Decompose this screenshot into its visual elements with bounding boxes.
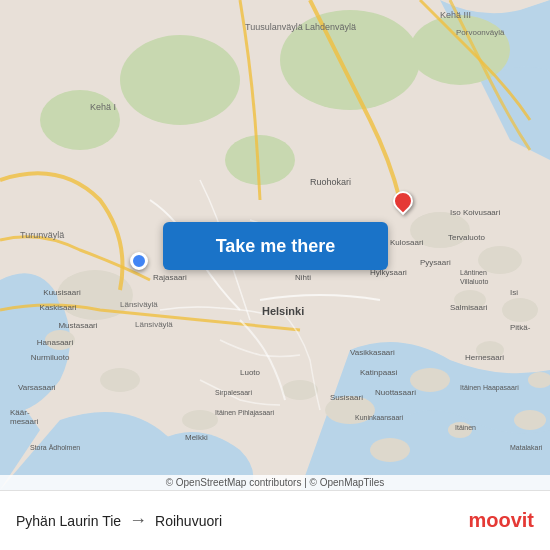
svg-text:Luoto: Luoto	[240, 368, 261, 377]
svg-point-17	[120, 35, 240, 125]
svg-point-4	[182, 410, 218, 430]
svg-text:Melkki: Melkki	[185, 433, 208, 442]
svg-text:Pyysaari: Pyysaari	[420, 258, 451, 267]
svg-text:Katinpaasi: Katinpaasi	[360, 368, 398, 377]
svg-point-16	[370, 438, 410, 462]
svg-text:Rajasaari: Rajasaari	[153, 273, 187, 282]
svg-text:Hernesaari: Hernesaari	[465, 353, 504, 362]
svg-text:Itäinen: Itäinen	[455, 424, 476, 431]
moovit-logo: moovit	[468, 509, 534, 532]
svg-point-20	[40, 90, 120, 150]
route-arrow-icon: →	[129, 510, 147, 531]
svg-text:Lahdenväylä: Lahdenväylä	[305, 22, 356, 32]
take-me-there-button[interactable]: Take me there	[163, 222, 388, 270]
svg-text:Varsasaari: Varsasaari	[18, 383, 56, 392]
svg-text:Stora Ädholmen: Stora Ädholmen	[30, 444, 80, 451]
svg-text:Länsiväylä: Länsiväylä	[135, 320, 173, 329]
svg-text:Tervaluoto: Tervaluoto	[448, 233, 485, 242]
svg-text:Mustasaari: Mustasaari	[58, 321, 97, 330]
svg-text:Kehä I: Kehä I	[90, 102, 116, 112]
svg-text:Itäinen Pihlajasaari: Itäinen Pihlajasaari	[215, 409, 275, 417]
destination-pin	[393, 191, 413, 211]
svg-point-12	[282, 380, 318, 400]
svg-text:Pitkä-: Pitkä-	[510, 323, 531, 332]
origin-pin	[130, 252, 148, 270]
svg-text:Käär-: Käär-	[10, 408, 30, 417]
svg-text:Länsiväylä: Länsiväylä	[120, 300, 158, 309]
svg-text:Hanasaari: Hanasaari	[37, 338, 74, 347]
map-attribution: © OpenStreetMap contributors | © OpenMap…	[0, 475, 550, 490]
svg-text:Kuusisaari: Kuusisaari	[43, 288, 81, 297]
svg-text:Sirpalesaari: Sirpalesaari	[215, 389, 252, 397]
svg-text:Salmisaari: Salmisaari	[450, 303, 488, 312]
svg-text:Kulosaari: Kulosaari	[390, 238, 424, 247]
svg-point-14	[514, 410, 546, 430]
svg-text:Matalakari: Matalakari	[510, 444, 543, 451]
svg-text:Ruohokari: Ruohokari	[310, 177, 351, 187]
origin-label: Pyhän Laurin Tie	[16, 513, 121, 529]
svg-text:Kaskisaari: Kaskisaari	[40, 303, 77, 312]
svg-text:Nurmiluoto: Nurmiluoto	[31, 353, 70, 362]
route-info: Pyhän Laurin Tie → Roihuvuori	[16, 510, 468, 531]
destination-label: Roihuvuori	[155, 513, 222, 529]
svg-point-8	[502, 298, 538, 322]
svg-text:Susisaari: Susisaari	[330, 393, 363, 402]
svg-text:Helsinki: Helsinki	[262, 305, 304, 317]
svg-text:mesaari: mesaari	[10, 417, 39, 426]
svg-text:Porvoonväylä: Porvoonväylä	[456, 28, 505, 37]
svg-text:Läntinen: Läntinen	[460, 269, 487, 276]
svg-point-10	[410, 368, 450, 392]
svg-text:Iso Koivusaari: Iso Koivusaari	[450, 208, 500, 217]
map-container: Kehä I Turunväylä Tuusulanväylä Lahdenvä…	[0, 0, 550, 490]
svg-text:Nihti: Nihti	[295, 273, 311, 282]
svg-text:Kehä III: Kehä III	[440, 10, 471, 20]
svg-text:Tuusulanväylä: Tuusulanväylä	[245, 22, 303, 32]
moovit-brand-text: moovit	[468, 509, 534, 532]
svg-text:Itäinen Haapasaari: Itäinen Haapasaari	[460, 384, 519, 392]
svg-point-3	[100, 368, 140, 392]
bottom-bar: Pyhän Laurin Tie → Roihuvuori moovit	[0, 490, 550, 550]
svg-text:Isi: Isi	[510, 288, 518, 297]
svg-text:Villaluoto: Villaluoto	[460, 278, 488, 285]
svg-text:Nuottasaari: Nuottasaari	[375, 388, 416, 397]
svg-text:Kuninkaansaari: Kuninkaansaari	[355, 414, 404, 421]
svg-text:Vasikkasaari: Vasikkasaari	[350, 348, 395, 357]
svg-text:Turunväylä: Turunväylä	[20, 230, 64, 240]
